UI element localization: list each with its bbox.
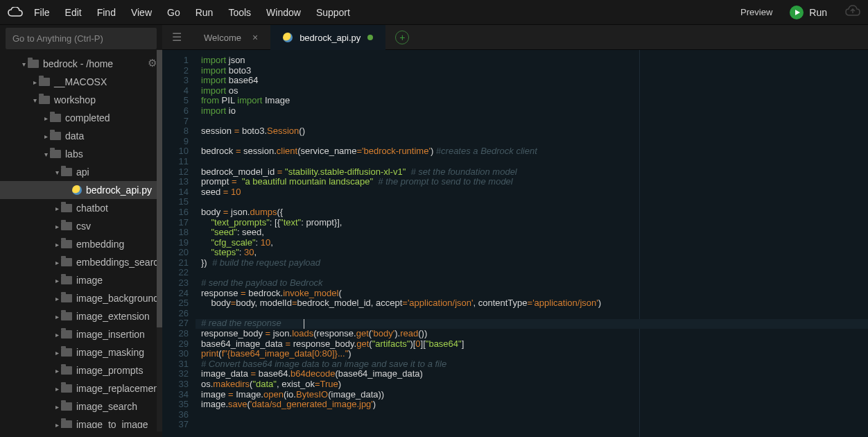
caret-icon <box>19 60 28 68</box>
menu-tools[interactable]: Tools <box>228 7 251 18</box>
tree-item-label: image_background <box>76 293 159 304</box>
folder-icon <box>61 312 72 320</box>
run-button[interactable]: Run <box>790 6 827 19</box>
tree-item--macosx[interactable]: __MACOSX <box>0 73 162 91</box>
print-margin-ruler <box>639 50 640 437</box>
tree-item-label: image_prompts <box>76 365 144 376</box>
tree-item-label: completed <box>65 112 110 123</box>
tree-item-bedrock-home[interactable]: bedrock - /home <box>0 55 162 73</box>
tree-item-embeddings-search[interactable]: embeddings_search <box>0 253 162 271</box>
menu-run[interactable]: Run <box>196 7 214 18</box>
folder-icon <box>61 276 72 284</box>
python-file-icon <box>283 33 293 42</box>
tree-item-image-prompts[interactable]: image_prompts <box>0 361 162 379</box>
folder-icon <box>50 150 61 158</box>
menu-file[interactable]: File <box>34 7 50 18</box>
folder-icon <box>61 420 72 428</box>
tree-item-bedrock-api-py[interactable]: bedrock_api.py <box>0 181 162 199</box>
settings-gear-icon[interactable]: ⚙ <box>148 57 157 69</box>
tree-item-image-extension[interactable]: image_extension <box>0 307 162 325</box>
tree-item-image-background[interactable]: image_background <box>0 289 162 307</box>
tree-item-data[interactable]: data <box>0 127 162 145</box>
folder-icon <box>39 78 50 86</box>
sidebar-scrollbar[interactable] <box>157 50 162 431</box>
cloud-sync-icon <box>844 5 861 19</box>
caret-icon <box>42 132 50 140</box>
folder-icon <box>61 366 72 375</box>
tree-item-label: __MACOSX <box>54 76 107 87</box>
folder-icon <box>61 168 72 176</box>
tab-label: bedrock_api.py <box>300 33 361 43</box>
tree-item-image-search[interactable]: image_search <box>0 397 162 415</box>
tree-item-image-masking[interactable]: image_masking <box>0 343 162 361</box>
caret-icon <box>53 277 61 284</box>
line-number-gutter[interactable]: 1234567891011121314151617181920212223242… <box>162 50 196 437</box>
tree-item-label: image <box>76 275 103 286</box>
tree-item-label: chatbot <box>76 203 108 214</box>
folder-icon <box>61 402 72 411</box>
run-label: Run <box>809 7 827 18</box>
unsaved-dot-icon <box>367 35 373 40</box>
caret-icon <box>53 169 61 176</box>
folder-icon <box>61 330 72 339</box>
text-cursor <box>304 319 304 329</box>
tree-item-api[interactable]: api <box>0 163 162 181</box>
python-file-icon <box>72 185 82 195</box>
main-menu: FileEditFindViewGoRunToolsWindowSupport <box>34 7 350 18</box>
preview-button[interactable]: Preview <box>740 7 772 17</box>
caret-icon <box>53 367 61 375</box>
tree-item-csv[interactable]: csv <box>0 217 162 235</box>
caret-icon <box>53 295 61 302</box>
caret-icon <box>31 96 39 104</box>
code-content[interactable]: import jsonimport boto3import base64impo… <box>196 50 601 437</box>
tree-item-label: image_insertion <box>76 329 145 340</box>
menu-view[interactable]: View <box>131 7 152 18</box>
tree-item-label: image_masking <box>76 347 144 358</box>
tree-item-image-insertion[interactable]: image_insertion <box>0 325 162 343</box>
menu-window[interactable]: Window <box>266 7 301 18</box>
folder-icon <box>61 294 72 302</box>
cloud9-logo-icon <box>7 4 24 21</box>
caret-icon <box>53 331 61 339</box>
tree-item-label: bedrock_api.py <box>86 185 152 196</box>
menu-go[interactable]: Go <box>167 7 180 18</box>
tab-menu-icon[interactable]: ☰ <box>162 31 191 44</box>
tree-item-chatbot[interactable]: chatbot <box>0 199 162 217</box>
tab-welcome[interactable]: Welcome× <box>191 25 270 50</box>
tree-item-label: workshop <box>54 94 96 105</box>
goto-anything-input[interactable]: Go to Anything (Ctrl-P) <box>6 28 157 49</box>
tab-bedrock-api-py[interactable]: bedrock_api.py <box>270 25 385 50</box>
menu-support[interactable]: Support <box>316 7 350 18</box>
menu-find[interactable]: Find <box>97 7 116 18</box>
code-editor[interactable]: 1234567891011121314151617181920212223242… <box>162 50 868 437</box>
caret-icon <box>53 421 61 429</box>
caret-icon <box>53 313 61 320</box>
caret-icon <box>31 78 39 86</box>
folder-icon <box>61 204 72 212</box>
tree-item-workshop[interactable]: workshop <box>0 91 162 109</box>
menu-edit[interactable]: Edit <box>65 7 82 18</box>
folder-icon <box>28 60 39 68</box>
file-tree[interactable]: bedrock - /home__MACOSXworkshopcompleted… <box>0 53 162 428</box>
tree-item-label: bedrock - /home <box>43 58 113 69</box>
tree-item-label: image_replacement <box>76 383 162 394</box>
tree-item-label: image_to_image <box>76 419 148 428</box>
caret-icon <box>42 151 50 158</box>
tree-item-labs[interactable]: labs <box>0 145 162 163</box>
folder-icon <box>61 384 72 393</box>
caret-icon <box>53 223 61 230</box>
new-tab-button[interactable]: + <box>395 31 409 44</box>
tree-item-label: csv <box>76 221 91 232</box>
folder-icon <box>50 132 61 140</box>
close-tab-icon[interactable]: × <box>252 32 258 43</box>
tree-item-label: image_extension <box>76 311 150 322</box>
tree-item-image[interactable]: image <box>0 271 162 289</box>
tree-item-image-to-image[interactable]: image_to_image <box>0 415 162 428</box>
top-menu-bar: FileEditFindViewGoRunToolsWindowSupport … <box>0 0 868 25</box>
editor-tab-bar: ☰ Welcome×bedrock_api.py + <box>162 25 868 50</box>
tree-item-completed[interactable]: completed <box>0 109 162 127</box>
play-icon <box>790 6 804 19</box>
folder-icon <box>61 240 72 248</box>
tree-item-embedding[interactable]: embedding <box>0 235 162 253</box>
tree-item-image-replacement[interactable]: image_replacement <box>0 379 162 397</box>
